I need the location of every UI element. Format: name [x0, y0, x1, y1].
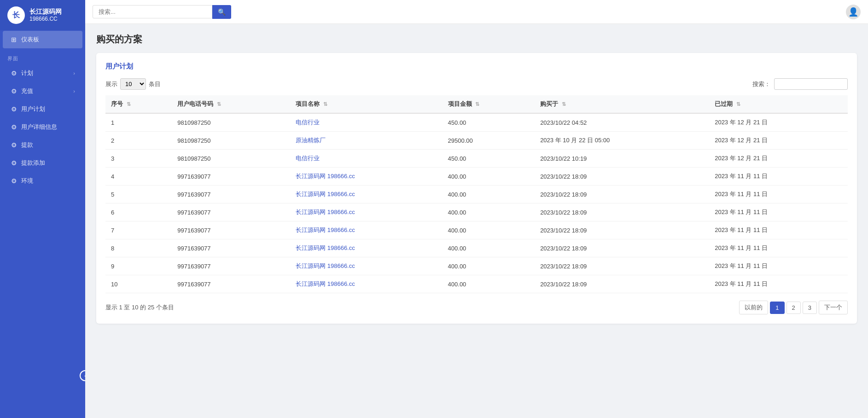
- sort-icon-phone: ⇅: [217, 101, 221, 107]
- table-row: 8 9971639077 长江源码网 198666.cc 400.00 2023…: [105, 239, 848, 257]
- table-search-label: 搜索：: [752, 80, 770, 88]
- cell-expired: 2023 年 11 月 11 日: [709, 186, 848, 203]
- table-search-area: 搜索：: [752, 78, 848, 90]
- pagination-info: 显示 1 至 10 的 25 个条目: [105, 303, 174, 312]
- cell-phone: 9971639077: [172, 186, 290, 203]
- col-bought-at[interactable]: 购买于 ⇅: [535, 95, 709, 113]
- table-row: 1 9810987250 电信行业 450.00 2023/10/22 04:5…: [105, 113, 848, 132]
- cell-project[interactable]: 长江源码网 198666.cc: [290, 203, 442, 221]
- table-body: 1 9810987250 电信行业 450.00 2023/10/22 04:5…: [105, 113, 848, 293]
- cell-id: 10: [105, 275, 172, 293]
- cell-bought-at: 2023/10/22 18:09: [535, 275, 709, 293]
- cell-expired: 2023 年 11 月 11 日: [709, 275, 848, 293]
- page-2-button[interactable]: 2: [786, 302, 801, 314]
- dashboard-icon: ⊞: [10, 36, 17, 43]
- entries-select[interactable]: 10 25 50 100: [120, 78, 146, 90]
- cell-expired: 2023 年 11 月 11 日: [709, 239, 848, 257]
- cell-project[interactable]: 电信行业: [290, 150, 442, 168]
- prev-page-button[interactable]: 以前的: [739, 301, 768, 314]
- col-project[interactable]: 项目名称 ⇅: [290, 95, 442, 113]
- table-row: 3 9810987250 电信行业 450.00 2023/10/22 10:1…: [105, 150, 848, 168]
- show-label: 展示: [105, 80, 117, 88]
- content-area: 购买的方案 用户计划 展示 10 25 50 100 条目 搜索：: [85, 24, 868, 418]
- cell-bought-at: 2023/10/22 18:09: [535, 239, 709, 257]
- sidebar-item-env[interactable]: ⚙ 环境: [3, 172, 82, 190]
- col-phone[interactable]: 用户电话号码 ⇅: [172, 95, 290, 113]
- cell-project[interactable]: 长江源码网 198666.cc: [290, 257, 442, 275]
- table-row: 5 9971639077 长江源码网 198666.cc 400.00 2023…: [105, 186, 848, 203]
- sort-icon-id: ⇅: [127, 101, 131, 107]
- page-1-button[interactable]: 1: [770, 302, 784, 314]
- cell-expired: 2023 年 12 月 21 日: [709, 150, 848, 168]
- cell-expired: 2023 年 11 月 11 日: [709, 203, 848, 221]
- cell-bought-at: 2023/10/22 18:09: [535, 168, 709, 186]
- sidebar-item-recharge[interactable]: ⚙ 充值 ›: [3, 82, 82, 100]
- sidebar-logo: 长 长江源码网 198666.CC: [0, 0, 85, 30]
- cell-id: 5: [105, 186, 172, 203]
- cell-bought-at: 2023/10/22 18:09: [535, 221, 709, 239]
- sidebar-item-dashboard[interactable]: ⊞ 仪表板: [3, 31, 82, 48]
- table-search-input[interactable]: [774, 78, 848, 90]
- cell-bought-at: 2023 年 10 月 22 日 05:00: [535, 132, 709, 150]
- cell-project[interactable]: 电信行业: [290, 113, 442, 132]
- collapse-icon: ‹: [84, 373, 85, 378]
- topbar: 🔍 👤: [85, 0, 868, 24]
- cell-amount: 400.00: [443, 168, 535, 186]
- logo-title: 长江源码网: [29, 7, 62, 16]
- cell-phone: 9810987250: [172, 113, 290, 132]
- user-detail-icon: ⚙: [10, 123, 17, 131]
- cell-amount: 400.00: [443, 239, 535, 257]
- sidebar-item-label-user-detail: 用户详细信息: [21, 123, 57, 131]
- cell-id: 3: [105, 150, 172, 168]
- sidebar-item-label-dashboard: 仪表板: [21, 35, 39, 44]
- cell-project[interactable]: 长江源码网 198666.cc: [290, 239, 442, 257]
- search-icon: 🔍: [218, 8, 226, 16]
- cell-amount: 400.00: [443, 186, 535, 203]
- cell-bought-at: 2023/10/22 04:52: [535, 113, 709, 132]
- table-row: 4 9971639077 长江源码网 198666.cc 400.00 2023…: [105, 168, 848, 186]
- recharge-icon: ⚙: [10, 87, 17, 95]
- search-button[interactable]: 🔍: [212, 5, 231, 19]
- sidebar-section-label: 界面: [0, 49, 85, 64]
- plan-icon: ⚙: [10, 70, 17, 77]
- col-expired[interactable]: 已过期 ⇅: [709, 95, 848, 113]
- main-card: 用户计划 展示 10 25 50 100 条目 搜索：: [96, 53, 857, 324]
- pagination-area: 显示 1 至 10 的 25 个条目 以前的 1 2 3 下一个: [105, 301, 848, 314]
- table-controls: 展示 10 25 50 100 条目 搜索：: [105, 78, 848, 90]
- cell-phone: 9810987250: [172, 132, 290, 150]
- sidebar-item-withdraw[interactable]: ⚙ 提款: [3, 136, 82, 154]
- cell-phone: 9971639077: [172, 275, 290, 293]
- cell-amount: 450.00: [443, 150, 535, 168]
- sidebar: 长 长江源码网 198666.CC ⊞ 仪表板 界面 ⚙ 计划 › ⚙ 充值: [0, 0, 85, 418]
- table-row: 7 9971639077 长江源码网 198666.cc 400.00 2023…: [105, 221, 848, 239]
- page-3-button[interactable]: 3: [803, 302, 817, 314]
- cell-project[interactable]: 长江源码网 198666.cc: [290, 221, 442, 239]
- cell-project[interactable]: 长江源码网 198666.cc: [290, 275, 442, 293]
- col-amount[interactable]: 项目金额 ⇅: [443, 95, 535, 113]
- cell-amount: 450.00: [443, 113, 535, 132]
- sidebar-item-plan[interactable]: ⚙ 计划 ›: [3, 64, 82, 82]
- cell-expired: 2023 年 12 月 21 日: [709, 132, 848, 150]
- withdraw-add-icon: ⚙: [10, 159, 17, 167]
- cell-id: 2: [105, 132, 172, 150]
- card-title: 用户计划: [105, 62, 848, 71]
- cell-phone: 9971639077: [172, 221, 290, 239]
- cell-amount: 400.00: [443, 221, 535, 239]
- cell-project[interactable]: 长江源码网 198666.cc: [290, 186, 442, 203]
- sidebar-item-user-detail[interactable]: ⚙ 用户详细信息: [3, 118, 82, 136]
- sidebar-item-user-plan[interactable]: ⚙ 用户计划: [3, 100, 82, 118]
- sidebar-collapse-button[interactable]: ‹: [80, 370, 85, 381]
- cell-expired: 2023 年 11 月 11 日: [709, 168, 848, 186]
- sort-icon-amount: ⇅: [475, 101, 479, 107]
- cell-bought-at: 2023/10/22 10:19: [535, 150, 709, 168]
- sidebar-item-withdraw-add[interactable]: ⚙ 提款添加: [3, 154, 82, 172]
- cell-project[interactable]: 长江源码网 198666.cc: [290, 168, 442, 186]
- cell-project[interactable]: 原油精炼厂: [290, 132, 442, 150]
- cell-id: 1: [105, 113, 172, 132]
- col-id[interactable]: 序号 ⇅: [105, 95, 172, 113]
- sidebar-item-label-withdraw: 提款: [21, 141, 33, 149]
- next-page-button[interactable]: 下一个: [819, 301, 848, 314]
- cell-amount: 400.00: [443, 257, 535, 275]
- cell-id: 8: [105, 239, 172, 257]
- search-input[interactable]: [93, 5, 212, 18]
